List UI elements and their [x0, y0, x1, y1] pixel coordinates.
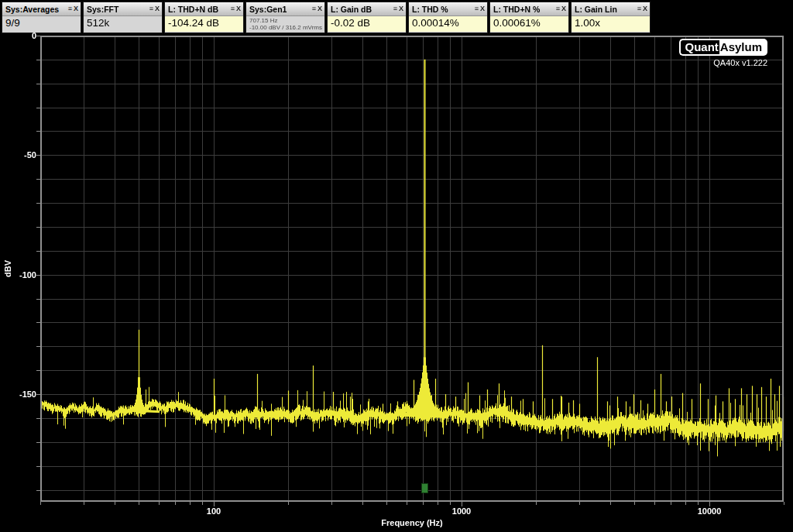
panel-value[interactable]: 0.00061%: [490, 16, 568, 32]
panel-header[interactable]: Sys:Averages ≡ X: [2, 2, 81, 16]
panel-close-icon[interactable]: X: [236, 5, 241, 12]
x-tick-label: 100: [207, 506, 221, 516]
panel-menu-icon[interactable]: ≡: [312, 5, 316, 12]
toolbar-panel[interactable]: Sys:Gen1 ≡ X 707.15 Hz-10.00 dBV / 316.2…: [245, 2, 325, 33]
panel-menu-icon[interactable]: ≡: [475, 5, 479, 12]
toolbar: Sys:Averages ≡ X 9/9 Sys:FFT ≡ X 512k L:…: [2, 2, 652, 33]
panel-close-icon[interactable]: X: [318, 5, 322, 12]
quantasylum-logo: Quant Asylum: [679, 39, 767, 56]
panel-title: L: THD %: [412, 5, 475, 14]
logo-quant: Quant: [679, 39, 719, 56]
toolbar-panel[interactable]: L: THD+N % ≡ X 0.00061%: [489, 2, 569, 33]
panel-title: L: THD+N dB: [168, 5, 231, 14]
panel-menu-icon[interactable]: ≡: [68, 5, 72, 12]
y-tick-label: -100: [0, 270, 36, 280]
toolbar-panel[interactable]: L: THD+N dB ≡ X -104.24 dB: [164, 2, 244, 33]
x-axis-label: Frequency (Hz): [40, 518, 784, 527]
panel-header[interactable]: Sys:FFT ≡ X: [84, 2, 162, 16]
panel-title: L: Gain dB: [331, 5, 393, 14]
panel-header[interactable]: L: THD % ≡ X: [409, 2, 487, 16]
panel-title: L: Gain Lin: [575, 5, 637, 14]
fundamental-marker[interactable]: [421, 483, 428, 493]
y-tick-label: -150: [0, 390, 36, 399]
toolbar-panel[interactable]: Sys:FFT ≡ X 512k: [83, 2, 163, 33]
panel-value[interactable]: 512k: [84, 16, 162, 32]
panel-close-icon[interactable]: X: [643, 5, 647, 12]
firmware-version: QA40x v1.222: [713, 58, 767, 67]
panel-header[interactable]: Sys:Gen1 ≡ X: [246, 2, 324, 16]
panel-menu-icon[interactable]: ≡: [393, 5, 397, 12]
panel-menu-icon[interactable]: ≡: [556, 5, 560, 12]
panel-value[interactable]: 9/9: [2, 16, 81, 32]
panel-value[interactable]: 707.15 Hz-10.00 dBV / 316.2 mVrms: [246, 16, 324, 33]
toolbar-panel[interactable]: L: Gain Lin ≡ X 1.00x: [571, 2, 651, 33]
panel-value[interactable]: -0.02 dB: [328, 16, 406, 32]
panel-value[interactable]: -104.24 dB: [165, 16, 243, 32]
spectrum-plot[interactable]: [0, 0, 793, 532]
toolbar-panel[interactable]: Sys:Averages ≡ X 9/9: [2, 2, 81, 33]
panel-title: Sys:Gen1: [249, 5, 312, 14]
panel-header[interactable]: L: THD+N % ≡ X: [490, 2, 568, 16]
panel-value[interactable]: 0.00014%: [409, 16, 487, 32]
panel-header[interactable]: L: THD+N dB ≡ X: [165, 2, 243, 16]
qa40x-window: Sys:Averages ≡ X 9/9 Sys:FFT ≡ X 512k L:…: [0, 0, 793, 532]
panel-value[interactable]: 1.00x: [572, 16, 650, 32]
logo-asylum: Asylum: [719, 39, 767, 56]
panel-close-icon[interactable]: X: [155, 5, 160, 12]
y-tick-label: -50: [0, 150, 36, 160]
toolbar-panel[interactable]: L: Gain dB ≡ X -0.02 dB: [327, 2, 407, 33]
panel-title: Sys:FFT: [87, 5, 149, 14]
panel-menu-icon[interactable]: ≡: [637, 5, 641, 12]
panel-title: L: THD+N %: [493, 5, 556, 14]
panel-close-icon[interactable]: X: [74, 5, 78, 12]
panel-close-icon[interactable]: X: [561, 5, 566, 12]
panel-header[interactable]: L: Gain Lin ≡ X: [572, 2, 650, 16]
panel-header[interactable]: L: Gain dB ≡ X: [328, 2, 406, 16]
y-tick-label: 0: [0, 31, 36, 40]
x-tick-label: 1000: [452, 506, 471, 516]
panel-menu-icon[interactable]: ≡: [149, 5, 153, 12]
panel-menu-icon[interactable]: ≡: [231, 5, 235, 12]
x-tick-label: 10000: [698, 506, 722, 516]
toolbar-panel[interactable]: L: THD % ≡ X 0.00014%: [408, 2, 488, 33]
panel-close-icon[interactable]: X: [480, 5, 485, 12]
panel-title: Sys:Averages: [5, 5, 68, 14]
panel-close-icon[interactable]: X: [399, 5, 403, 12]
